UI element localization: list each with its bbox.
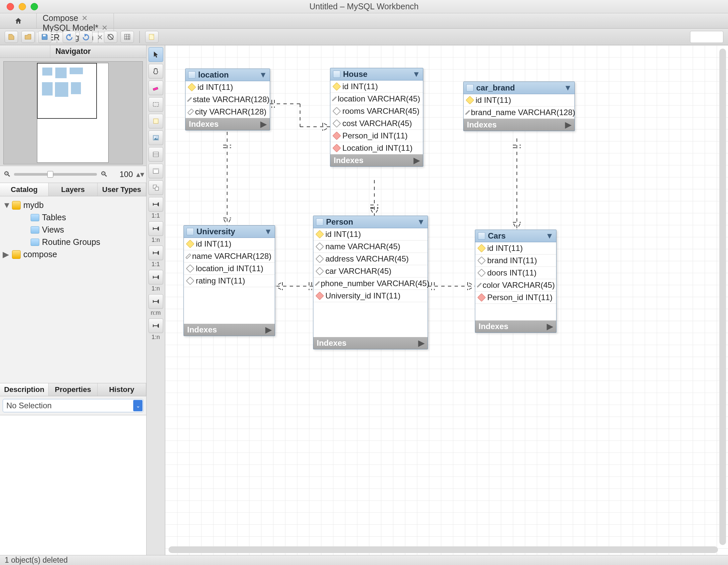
table-column[interactable]: location_id INT(11) xyxy=(184,263,275,275)
table-car_brand[interactable]: car_brand▼id INT(11)brand_name VARCHAR(1… xyxy=(463,82,575,131)
undo-button[interactable] xyxy=(63,31,76,43)
new-file-button[interactable] xyxy=(5,31,18,43)
tab-compose[interactable]: Compose✕ xyxy=(37,13,114,23)
bottom-tab-properties[interactable]: Properties xyxy=(49,383,97,396)
table-column[interactable]: color VARCHAR(45) xyxy=(475,279,556,291)
collapse-icon[interactable]: ▼ xyxy=(264,227,272,236)
expand-icon[interactable]: ▶ xyxy=(414,156,420,165)
tree-node-routine-groups[interactable]: Routine Groups xyxy=(2,236,144,248)
table-column[interactable]: doors INT(11) xyxy=(475,267,556,279)
image-tool-button[interactable] xyxy=(149,131,163,145)
table-column[interactable]: city VARCHAR(128) xyxy=(185,106,270,118)
indexes-section[interactable]: Indexes▶ xyxy=(330,154,423,166)
hand-tool-button[interactable] xyxy=(149,64,163,79)
rel-1-1-id-button[interactable] xyxy=(149,246,163,260)
zoom-slider-thumb[interactable] xyxy=(47,171,53,178)
minimap[interactable] xyxy=(3,61,143,164)
indexes-section[interactable]: Indexes▶ xyxy=(184,324,275,336)
table-tool-button[interactable] xyxy=(149,147,163,162)
expand-icon[interactable]: ▶ xyxy=(260,120,266,129)
align-grid-button[interactable] xyxy=(121,31,134,43)
minimize-window-button[interactable] xyxy=(19,3,26,10)
toolbar-search-input[interactable] xyxy=(690,31,723,43)
table-column[interactable]: location VARCHAR(45) xyxy=(330,93,423,105)
zoom-window-button[interactable] xyxy=(31,3,38,10)
open-file-button[interactable] xyxy=(21,31,35,43)
description-area[interactable] xyxy=(0,415,146,555)
close-icon[interactable]: ✕ xyxy=(82,14,88,23)
table-header[interactable]: car_brand▼ xyxy=(464,82,574,94)
table-column[interactable]: address VARCHAR(45) xyxy=(313,253,428,265)
eraser-tool-button[interactable] xyxy=(149,81,163,95)
sidebar-tab-catalog[interactable]: Catalog xyxy=(0,183,49,196)
table-header[interactable]: University▼ xyxy=(184,226,275,238)
table-column[interactable]: car VARCHAR(45) xyxy=(313,265,428,278)
table-column[interactable]: Person_id INT(11) xyxy=(475,291,556,304)
sidebar-tab-user-types[interactable]: User Types xyxy=(98,183,146,196)
pointer-tool-button[interactable] xyxy=(149,47,163,62)
table-column[interactable]: brand INT(11) xyxy=(475,255,556,267)
table-location[interactable]: location▼id INT(11)state VARCHAR(128)cit… xyxy=(185,69,270,131)
table-column[interactable]: University_id INT(11) xyxy=(313,290,428,302)
expand-icon[interactable]: ▶ xyxy=(265,325,271,334)
table-house[interactable]: House▼id INT(11)location VARCHAR(45)room… xyxy=(330,68,423,167)
toggle-grid-button[interactable] xyxy=(104,31,117,43)
routine-group-tool-button[interactable] xyxy=(149,180,163,195)
table-column[interactable]: Location_id INT(11) xyxy=(330,142,423,154)
zoom-out-icon[interactable]: 🔍︎ xyxy=(3,170,11,179)
table-column[interactable]: id INT(11) xyxy=(475,242,556,255)
table-header[interactable]: Cars▼ xyxy=(475,230,556,242)
table-column[interactable]: id INT(11) xyxy=(464,94,574,107)
note-tool-button[interactable] xyxy=(149,114,163,129)
bottom-tab-description[interactable]: Description xyxy=(0,383,49,396)
redo-button[interactable] xyxy=(79,31,93,43)
canvas-vscrollbar[interactable] xyxy=(719,49,726,545)
zoom-in-icon[interactable]: 🔍︎ xyxy=(100,170,108,179)
table-university[interactable]: University▼id INT(11)name VARCHAR(128)lo… xyxy=(183,225,275,336)
table-column[interactable]: id INT(11) xyxy=(184,238,275,250)
collapse-icon[interactable]: ▼ xyxy=(564,83,572,93)
disclosure-triangle-icon[interactable]: ▶ xyxy=(3,250,9,259)
minimap-viewport[interactable] xyxy=(37,63,97,119)
rel-1-n-non-button[interactable] xyxy=(149,221,163,236)
table-column[interactable]: brand_name VARCHAR(128) xyxy=(464,107,574,119)
catalog-tree[interactable]: ▼mydbTablesViewsRoutine Groups▶compose xyxy=(0,196,146,383)
tree-db-mydb[interactable]: ▼mydb xyxy=(2,199,144,211)
bottom-tab-history[interactable]: History xyxy=(98,383,146,396)
eer-canvas[interactable]: location▼id INT(11)state VARCHAR(128)cit… xyxy=(165,45,728,555)
expand-icon[interactable]: ▶ xyxy=(565,120,571,130)
table-column[interactable]: name VARCHAR(45) xyxy=(313,241,428,253)
layer-tool-button[interactable] xyxy=(149,97,163,112)
table-column[interactable]: id INT(11) xyxy=(330,81,423,93)
navigator-header[interactable]: Navigator xyxy=(0,45,146,58)
table-column[interactable]: id INT(11) xyxy=(185,81,270,94)
sidebar-tab-layers[interactable]: Layers xyxy=(49,183,97,196)
table-cars[interactable]: Cars▼id INT(11)brand INT(11)doors INT(11… xyxy=(475,230,556,333)
collapse-icon[interactable]: ▼ xyxy=(412,70,420,79)
indexes-section[interactable]: Indexes▶ xyxy=(464,119,574,131)
indexes-section[interactable]: Indexes▶ xyxy=(313,337,428,349)
tree-db-compose[interactable]: ▶compose xyxy=(2,248,144,261)
table-column[interactable]: cost VARCHAR(45) xyxy=(330,118,423,130)
table-column[interactable]: id INT(11) xyxy=(313,228,428,241)
table-column[interactable]: rating INT(11) xyxy=(184,275,275,287)
table-header[interactable]: location▼ xyxy=(185,69,270,81)
table-column[interactable]: rooms VARCHAR(45) xyxy=(330,105,423,118)
save-button[interactable] xyxy=(38,31,51,43)
rel-1-1-non-button[interactable] xyxy=(149,197,163,212)
table-header[interactable]: Person▼ xyxy=(313,216,428,228)
rel-1-n-id-button[interactable] xyxy=(149,270,163,284)
zoom-stepper[interactable]: ▴▾ xyxy=(136,169,143,179)
home-tab[interactable] xyxy=(0,13,37,28)
rel-n-m-button[interactable] xyxy=(149,294,163,309)
collapse-icon[interactable]: ▼ xyxy=(546,231,553,241)
close-window-button[interactable] xyxy=(7,3,14,10)
table-column[interactable]: state VARCHAR(128) xyxy=(185,94,270,106)
disclosure-triangle-icon[interactable]: ▼ xyxy=(3,200,9,210)
zoom-slider[interactable] xyxy=(14,173,97,176)
tree-node-views[interactable]: Views xyxy=(2,224,144,236)
indexes-section[interactable]: Indexes▶ xyxy=(185,118,270,130)
selection-combo[interactable]: No Selection ⌄ xyxy=(3,399,144,412)
expand-icon[interactable]: ▶ xyxy=(418,338,424,348)
canvas-hscrollbar[interactable] xyxy=(169,546,718,553)
